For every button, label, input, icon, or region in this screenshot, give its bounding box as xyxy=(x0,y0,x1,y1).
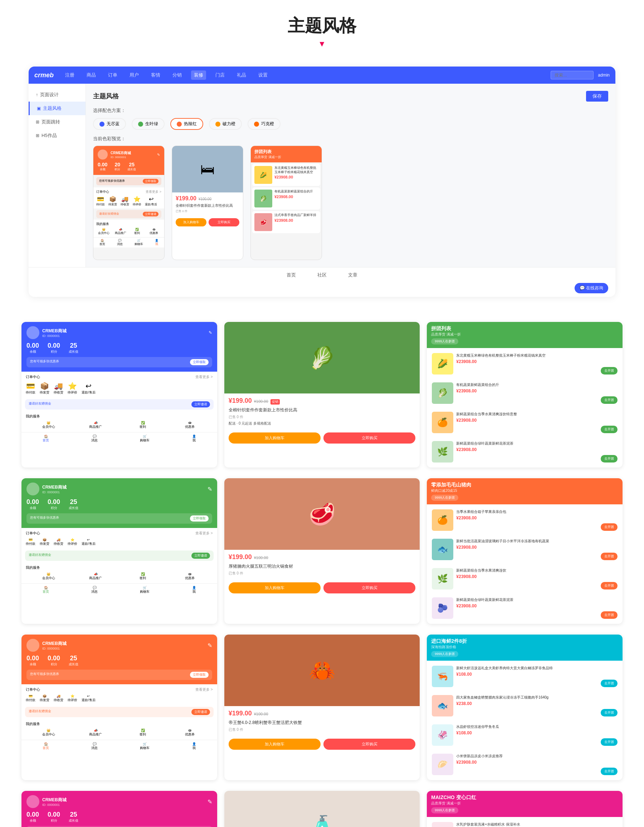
green-ord-2[interactable]: 📦待发货 xyxy=(40,538,49,546)
nav-item-customer[interactable]: 客情 xyxy=(148,70,163,80)
blue-order-2[interactable]: 📦待发货 xyxy=(40,382,49,395)
orange-ord-1[interactable]: 💳待付款 xyxy=(26,694,36,702)
green-ord-more[interactable]: 查看更多 > xyxy=(195,531,213,536)
blue-svc-4[interactable]: 🎟优惠券 xyxy=(167,421,213,429)
orange-svc-4[interactable]: 🎟优惠券 xyxy=(167,729,213,737)
orange-edit[interactable]: ✎ xyxy=(208,642,212,649)
orange-nav-2[interactable]: 💬消息 xyxy=(91,742,98,751)
green-item-2-btn[interactable]: 去开团 xyxy=(601,396,617,404)
service-promotion[interactable]: 📣商品推广 xyxy=(113,228,128,235)
blue-order-5[interactable]: ↩退款/售后 xyxy=(81,382,95,395)
invite-btn[interactable]: 立即邀请 xyxy=(143,212,158,217)
bottom-nav-me[interactable]: 👤我 xyxy=(155,239,158,246)
order-more[interactable]: 查看更多 > xyxy=(145,190,161,194)
orange-svc-1[interactable]: 👑会员中心 xyxy=(26,729,72,737)
orange-ord-more[interactable]: 查看更多 > xyxy=(195,687,213,692)
blue-nav-me[interactable]: 👤我 xyxy=(192,435,196,443)
blue-order-more[interactable]: 查看更多 > xyxy=(195,374,213,379)
bottom-nav-msg[interactable]: 💬消息 xyxy=(117,239,123,246)
sidebar-item-jump[interactable]: ⊞ 页面跳转 xyxy=(29,115,86,129)
orange-ord-5[interactable]: ↩退款/售后 xyxy=(81,694,95,702)
pork-cart-btn[interactable]: 加入购物车 xyxy=(229,582,320,593)
bottom-nav-cart[interactable]: 🛒购物车 xyxy=(134,239,143,246)
green-edit[interactable]: ✎ xyxy=(208,486,212,493)
green-item-4-btn[interactable]: 去开团 xyxy=(601,455,617,462)
green-svc-1[interactable]: 👑会员中心 xyxy=(26,572,72,580)
orange-item-1-btn[interactable]: 去开团 xyxy=(601,523,617,531)
green-nav-4[interactable]: 👤我 xyxy=(192,586,196,594)
blue-order-3[interactable]: 🚚待收货 xyxy=(54,382,63,395)
orange-item-2-btn[interactable]: 去开团 xyxy=(601,552,617,560)
blue-coupon-btn[interactable]: 立即领取 xyxy=(190,359,209,365)
orange-ord-3[interactable]: 🚚待收货 xyxy=(54,694,63,702)
pork-buy-btn[interactable]: 立即购买 xyxy=(324,582,415,593)
orange-item-4-btn[interactable]: 去开团 xyxy=(601,611,617,619)
blue-nav-home[interactable]: 🏠首页 xyxy=(42,435,49,443)
orange-item-3-btn[interactable]: 去开团 xyxy=(601,582,617,590)
blue-order-1[interactable]: 💳待付款 xyxy=(26,382,36,395)
green-nav-1[interactable]: 🏠首页 xyxy=(42,586,49,594)
cyan-edit[interactable]: ✎ xyxy=(208,798,212,805)
orange-nav-3[interactable]: 🛒购物车 xyxy=(140,742,150,751)
blue-invite-btn[interactable]: 立即邀请 xyxy=(191,401,210,407)
crab-cart-btn[interactable]: 加入购物车 xyxy=(229,739,320,750)
order-pending-pay[interactable]: 💳待付款 xyxy=(96,196,105,206)
orange-nav-4[interactable]: 👤我 xyxy=(192,742,196,751)
blue-svc-2[interactable]: 📣商品推广 xyxy=(73,421,119,429)
green-svc-2[interactable]: 📣商品推广 xyxy=(73,572,119,580)
green-ord-5[interactable]: ↩退款/售后 xyxy=(81,538,95,546)
green-invite-btn[interactable]: 立即邀请 xyxy=(191,552,210,559)
nav-item-orders[interactable]: 订单 xyxy=(105,70,120,80)
service-checkin[interactable]: ✅签到 xyxy=(130,228,145,235)
green-svc-4[interactable]: 🎟优惠券 xyxy=(167,572,213,580)
order-refund[interactable]: ↩退款/售后 xyxy=(145,196,157,206)
order-pending-receive[interactable]: 🚚待收货 xyxy=(120,196,129,206)
cyan-item-1-btn[interactable]: 去开团 xyxy=(601,680,617,687)
blue-nav-cart[interactable]: 🛒购物车 xyxy=(140,435,150,443)
nav-item-store[interactable]: 门店 xyxy=(213,70,228,80)
cyan-item-2-btn[interactable]: 去开团 xyxy=(601,709,617,716)
bottom-nav-home[interactable]: 首页 xyxy=(286,272,296,278)
nav-item-settings[interactable]: 设置 xyxy=(255,70,270,80)
service-coupon[interactable]: 🎟优惠券 xyxy=(146,228,162,235)
orange-svc-3[interactable]: ✅签到 xyxy=(120,729,166,737)
theme-option-blue[interactable]: 无尽蓝 xyxy=(93,118,126,130)
orange-invite-btn[interactable]: 立即邀请 xyxy=(191,709,210,715)
orange-ord-4[interactable]: ⭐待评价 xyxy=(67,694,77,702)
green-coupon-btn[interactable]: 立即领取 xyxy=(190,515,209,521)
blue-order-4[interactable]: ⭐待评价 xyxy=(67,382,77,395)
green-nav-3[interactable]: 🛒购物车 xyxy=(140,586,150,594)
cyan-item-4-btn[interactable]: 去开团 xyxy=(601,768,617,775)
blue-nav-msg[interactable]: 💬消息 xyxy=(91,435,98,443)
orange-nav-1[interactable]: 🏠首页 xyxy=(42,742,49,751)
bottom-nav-community[interactable]: 社区 xyxy=(317,272,327,278)
order-pending-ship[interactable]: 📦待发货 xyxy=(108,196,117,206)
admin-search-input[interactable] xyxy=(551,71,594,80)
nav-item-distribution[interactable]: 分销 xyxy=(170,70,184,80)
green-item-3-btn[interactable]: 去开团 xyxy=(601,426,617,433)
theme-option-orange[interactable]: 热辣红 xyxy=(170,118,203,130)
green-nav-2[interactable]: 💬消息 xyxy=(91,586,98,594)
orange-coupon-btn[interactable]: 立即领取 xyxy=(190,672,209,678)
veggie-buy-btn[interactable]: 立即购买 xyxy=(324,432,415,443)
blue-svc-3[interactable]: ✅签到 xyxy=(120,421,166,429)
save-button[interactable]: 保存 xyxy=(586,91,608,101)
theme-option-pink[interactable]: 巧克橙 xyxy=(248,118,280,130)
nav-item-home[interactable]: 注册 xyxy=(62,70,77,80)
green-item-1-btn[interactable]: 去开团 xyxy=(601,367,617,374)
nav-item-gift[interactable]: 礼品 xyxy=(234,70,249,80)
green-ord-1[interactable]: 💳待付款 xyxy=(26,538,36,546)
green-ord-4[interactable]: ⭐待评价 xyxy=(67,538,77,546)
online-chat-btn[interactable]: 💬 在线咨询 xyxy=(575,283,608,293)
buy-now-btn[interactable]: 立即购买 xyxy=(209,218,239,226)
green-ord-3[interactable]: 🚚待收货 xyxy=(54,538,63,546)
nav-item-products[interactable]: 商品 xyxy=(84,70,99,80)
cyan-item-3-btn[interactable]: 去开团 xyxy=(601,738,617,746)
orange-ord-2[interactable]: 📦待发货 xyxy=(40,694,49,702)
sidebar-item-theme[interactable]: ▣ 主题风格 xyxy=(29,101,86,115)
crab-buy-btn[interactable]: 立即购买 xyxy=(324,739,415,750)
green-svc-3[interactable]: ✅签到 xyxy=(120,572,166,580)
service-member[interactable]: 👑会员中心 xyxy=(96,228,112,235)
theme-option-green[interactable]: 生叶绿 xyxy=(132,118,164,130)
sidebar-item-h5[interactable]: ⊞ H5作品 xyxy=(29,129,86,142)
